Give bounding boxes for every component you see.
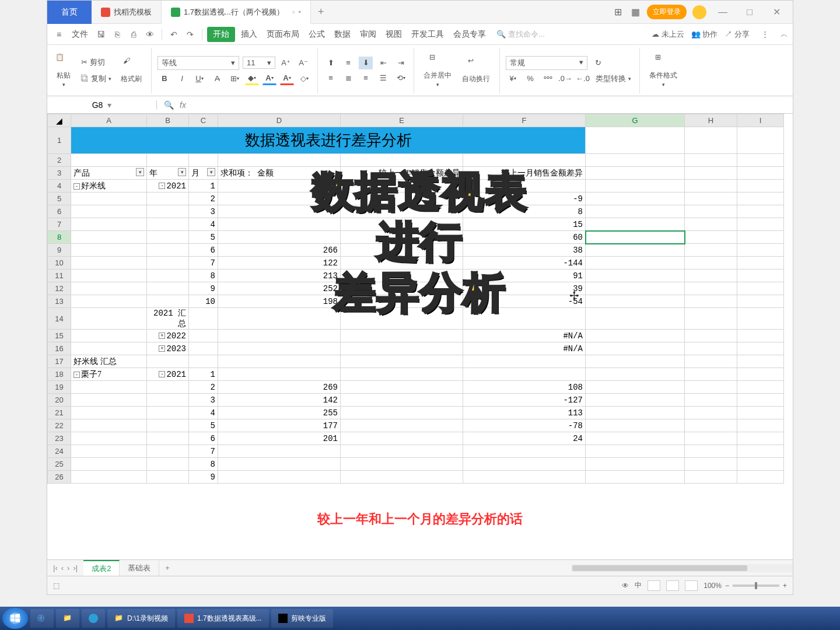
cell[interactable] <box>586 432 685 445</box>
cell[interactable] <box>737 381 784 394</box>
cell[interactable] <box>71 270 147 282</box>
cell[interactable] <box>737 355 784 368</box>
cell[interactable] <box>685 282 737 295</box>
cell[interactable] <box>341 192 463 205</box>
type-convert-button[interactable]: 类型转换▾ <box>593 72 634 85</box>
sheet-next-icon[interactable]: › <box>67 564 69 572</box>
cell[interactable] <box>586 342 685 355</box>
cell[interactable] <box>685 270 737 282</box>
fx-icon[interactable]: fx <box>180 100 186 110</box>
expand-icon[interactable]: - <box>74 183 80 190</box>
dec-inc-button[interactable]: .0→ <box>558 72 572 85</box>
row-header[interactable]: 24 <box>48 445 71 458</box>
cell[interactable] <box>586 308 685 330</box>
row-header[interactable]: 20 <box>48 394 71 407</box>
cell[interactable] <box>685 218 737 231</box>
cell[interactable] <box>189 355 218 368</box>
cell[interactable] <box>685 419 737 432</box>
expand-icon[interactable]: + <box>159 332 165 339</box>
sheet-prev-icon[interactable]: ‹ <box>61 564 64 572</box>
taskbar-wps[interactable]: 1.7数据透视表高级... <box>177 609 269 628</box>
font-color-button[interactable]: A▾ <box>262 72 276 85</box>
col-header-G[interactable]: G <box>586 114 685 127</box>
cell[interactable] <box>586 282 685 295</box>
cell[interactable]: 3 <box>189 205 218 218</box>
italic-button[interactable]: I <box>175 72 189 85</box>
cell[interactable] <box>71 471 147 484</box>
cell[interactable] <box>147 355 189 368</box>
collab-button[interactable]: 👥 协作 <box>691 29 718 40</box>
cell[interactable] <box>147 432 189 445</box>
cell[interactable] <box>71 419 147 432</box>
cell[interactable] <box>341 330 463 342</box>
cell[interactable] <box>685 244 737 257</box>
cell[interactable] <box>586 231 685 244</box>
cell[interactable] <box>71 218 147 231</box>
cell[interactable] <box>147 205 189 218</box>
cell[interactable] <box>737 282 784 295</box>
cell[interactable]: 6 <box>189 432 218 445</box>
cell[interactable]: 5 <box>189 419 218 432</box>
cell[interactable] <box>189 342 218 355</box>
cell[interactable] <box>341 218 463 231</box>
justify-button[interactable]: ☰ <box>376 72 390 85</box>
cut-button[interactable]: ✂剪切 <box>79 56 114 69</box>
cell[interactable]: 113 <box>463 407 586 419</box>
cell[interactable] <box>341 244 463 257</box>
menu-icon[interactable]: ≡ <box>52 27 66 41</box>
cell[interactable] <box>586 218 685 231</box>
cell[interactable] <box>685 330 737 342</box>
cell[interactable] <box>71 432 147 445</box>
cell[interactable] <box>586 368 685 381</box>
minimize-button[interactable]: — <box>712 7 733 18</box>
cell[interactable] <box>737 432 784 445</box>
filter-icon[interactable]: ▾ <box>178 168 186 176</box>
cell[interactable] <box>71 458 147 471</box>
row-header[interactable]: 15 <box>48 330 71 342</box>
cell[interactable] <box>341 458 463 471</box>
cell[interactable] <box>586 419 685 432</box>
cell[interactable]: -好米线 <box>71 180 147 192</box>
align-right-button[interactable]: ≡ <box>359 72 373 85</box>
number-format-select[interactable]: 常规▾ <box>506 56 587 70</box>
taskbar-jianying[interactable]: 剪映专业版 <box>271 609 333 628</box>
row-header[interactable]: 23 <box>48 432 71 445</box>
cell[interactable]: 255 <box>218 407 341 419</box>
cell[interactable] <box>218 231 341 244</box>
cell[interactable] <box>218 180 341 192</box>
horizontal-scrollbar[interactable] <box>571 564 793 572</box>
cell[interactable] <box>147 218 189 231</box>
strike-button[interactable]: A̶ <box>210 72 224 85</box>
font-select[interactable]: 等线▾ <box>158 56 239 70</box>
col-header-H[interactable]: H <box>685 114 737 127</box>
row-header[interactable]: 16 <box>48 342 71 355</box>
indent-dec-button[interactable]: ⇤ <box>376 57 390 69</box>
col-header-E[interactable]: E <box>341 114 463 127</box>
fill-color-button[interactable]: ◆▾ <box>245 72 259 85</box>
cond-format-button[interactable]: ⊞ 条件格式▾ <box>646 51 681 90</box>
merge-button[interactable]: ⊟ 合并居中▾ <box>420 51 455 90</box>
header-month[interactable]: 月▾ <box>189 167 218 180</box>
sheet-last-icon[interactable]: ›| <box>73 564 78 572</box>
cell[interactable] <box>341 419 463 432</box>
cell[interactable] <box>685 205 737 218</box>
cell[interactable]: 213 <box>218 270 341 282</box>
cell[interactable] <box>71 244 147 257</box>
sheet-first-icon[interactable]: |‹ <box>53 564 58 572</box>
cell[interactable]: 252 <box>218 282 341 295</box>
cell[interactable] <box>685 458 737 471</box>
cell[interactable] <box>463 180 586 192</box>
cell[interactable] <box>341 231 463 244</box>
cell[interactable] <box>463 445 586 458</box>
col-header-A[interactable]: A <box>71 114 147 127</box>
menu-insert[interactable]: 插入 <box>237 27 261 42</box>
cell[interactable] <box>685 308 737 330</box>
row-header[interactable]: 11 <box>48 270 71 282</box>
align-center-button[interactable]: ≣ <box>341 72 355 85</box>
cell[interactable]: -2021 <box>147 368 189 381</box>
border-button[interactable]: ⊞▾ <box>228 72 242 85</box>
cell[interactable]: 好米线 汇总 <box>71 355 147 368</box>
cell[interactable] <box>218 192 341 205</box>
paste-button[interactable]: 📋 粘贴▾ <box>52 51 75 90</box>
cell[interactable] <box>218 308 341 330</box>
